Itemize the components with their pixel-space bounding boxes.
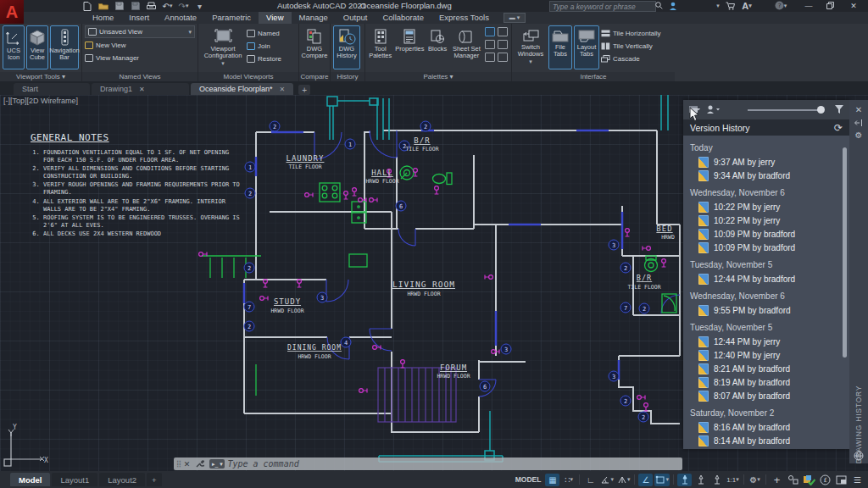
grid-display-toggle[interactable]: ▦	[545, 474, 559, 486]
palette-autohide-icon[interactable]	[854, 116, 863, 129]
version-entry[interactable]: 8:16 AM by bradford	[690, 420, 843, 434]
properties-button[interactable]: Properties	[394, 25, 425, 69]
autoscale-toggle[interactable]	[693, 474, 708, 486]
version-entry[interactable]: 8:14 AM by bradford	[690, 434, 843, 447]
count-palette-icon[interactable]	[498, 40, 508, 49]
version-entry[interactable]: 8:19 AM by bradford	[690, 375, 843, 389]
restore-viewports-button[interactable]: Restore	[247, 53, 281, 64]
ortho-mode-toggle[interactable]: ∟	[583, 474, 598, 486]
sign-in-user-icon[interactable]	[666, 0, 680, 11]
object-snap-tracking-toggle[interactable]: ∠	[638, 474, 653, 486]
switch-windows-button[interactable]: Switch Windows ▾	[515, 25, 547, 69]
tool-palettes-button[interactable]: Tool Palettes	[368, 25, 392, 69]
version-entry[interactable]: 8:07 AM by bradford	[690, 389, 843, 402]
tile-horizontally-button[interactable]: Tile Horizontally	[601, 28, 661, 39]
hardware-acceleration-badge[interactable]: £	[818, 474, 832, 486]
graphics-performance-toggle[interactable]	[802, 474, 816, 486]
file-tab-start[interactable]: Start	[14, 83, 90, 95]
new-drawing-tab-button[interactable]: +	[298, 85, 310, 95]
slider-track[interactable]	[748, 109, 819, 111]
markup-import-icon[interactable]	[485, 40, 495, 49]
annotation-visibility-toggle[interactable]	[677, 474, 692, 486]
tab-express-tools[interactable]: Express Tools	[431, 12, 497, 24]
tab-view[interactable]: View	[259, 12, 291, 24]
qat-customize-icon[interactable]: ▾	[194, 1, 205, 11]
new-file-icon[interactable]	[81, 1, 92, 11]
annotation-monitor-plus[interactable]: +	[770, 474, 784, 486]
plot-icon[interactable]	[146, 1, 157, 11]
sheet-set-manager-button[interactable]: Sheet Set Manager	[450, 25, 483, 69]
version-entry[interactable]: 10:22 PM by jerry	[690, 200, 843, 214]
design-center-icon[interactable]	[498, 27, 508, 36]
version-entry[interactable]: 8:21 AM by bradford	[690, 362, 843, 375]
version-entry[interactable]: 12:44 PM by bradford	[690, 272, 843, 286]
version-entry[interactable]: 9:34 AM by bradford	[690, 169, 843, 182]
view-cube-button[interactable]: View Cube	[26, 25, 48, 69]
snap-mode-toggle[interactable]: ∷▾	[561, 474, 576, 486]
file-tabs-button[interactable]: File Tabs	[548, 25, 572, 69]
polar-tracking-toggle[interactable]: ▾	[599, 474, 615, 486]
palette-close-icon[interactable]: ✕	[855, 103, 862, 116]
tab-manage[interactable]: Manage	[292, 12, 336, 24]
command-wrench-icon[interactable]	[195, 459, 204, 469]
autocad-logo[interactable]: A	[0, 0, 24, 24]
palette-properties-icon[interactable]: ⚙	[855, 129, 863, 141]
tab-home[interactable]: Home	[85, 12, 121, 24]
ucs-icon-button[interactable]: UCS Icon	[3, 25, 25, 69]
materials-browser-icon[interactable]	[498, 53, 508, 62]
blocks-button[interactable]: Blocks	[426, 25, 448, 69]
isolate-objects-toggle[interactable]	[786, 474, 800, 486]
tab-collaborate[interactable]: Collaborate	[375, 12, 431, 24]
version-list-scrollbar[interactable]	[843, 147, 847, 358]
view-manager-button[interactable]: View Manager	[85, 53, 195, 64]
minimize-button[interactable]: —	[801, 0, 816, 11]
workspace-switching-gear[interactable]: ⚙▾	[748, 474, 762, 486]
version-entry[interactable]: 12:44 PM by jerry	[690, 335, 843, 348]
undo-icon[interactable]: ↶▾	[162, 1, 173, 11]
command-line[interactable]: ⣿ ✕ ▸_ ▾ Type a command	[174, 458, 682, 470]
viewport-configuration-button[interactable]: Viewport Configuration ▾	[201, 25, 245, 69]
layout-tabs-button[interactable]: Layout Tabs	[574, 25, 599, 69]
command-close-icon[interactable]: ✕	[184, 460, 191, 469]
named-viewports-button[interactable]: Named	[247, 28, 281, 39]
model-space-badge[interactable]: MODEL	[515, 475, 542, 484]
customization-menu[interactable]: ☰	[850, 474, 865, 486]
restore-button[interactable]	[822, 0, 837, 11]
cascade-button[interactable]: Cascade	[601, 53, 661, 64]
version-entry[interactable]: 12:40 PM by jerry	[690, 348, 843, 362]
featured-apps-dropdown[interactable]: ▬ ▾	[504, 13, 526, 23]
users-filter-icon[interactable]	[705, 103, 721, 118]
version-entry[interactable]: 9:37 AM by jerry	[690, 155, 843, 169]
new-layout-button[interactable]: +	[147, 473, 162, 486]
clean-screen-toggle[interactable]	[834, 474, 849, 486]
version-entry[interactable]: 9:55 PM by bradford	[690, 303, 843, 317]
tab-annotate[interactable]: Annotate	[157, 12, 204, 24]
new-view-button[interactable]: New View	[85, 40, 195, 51]
navigation-bar-button[interactable]: Navigation Bar	[50, 25, 79, 69]
file-tab-drawing1[interactable]: Drawing1✕	[92, 83, 189, 95]
open-file-icon[interactable]	[97, 1, 108, 11]
tab-parametric[interactable]: Parametric	[204, 12, 259, 24]
app-store-cart-icon[interactable]	[722, 0, 737, 11]
object-snap-toggle[interactable]: ▾	[654, 474, 670, 486]
annotation-scale-value[interactable]: 1:1▾	[726, 474, 740, 486]
save-icon[interactable]	[114, 1, 125, 11]
search-input[interactable]: Type a keyword or phrase	[549, 1, 656, 12]
isodraft-toggle[interactable]: ▾	[616, 474, 632, 486]
dwg-compare-button[interactable]: DWG Compare	[302, 25, 327, 69]
tab-output[interactable]: Output	[336, 12, 376, 24]
join-viewports-button[interactable]: Join	[247, 41, 281, 52]
tile-vertically-button[interactable]: Tile Vertically	[601, 41, 661, 52]
model-tab[interactable]: Model	[10, 473, 50, 486]
annotation-scale-icon[interactable]	[709, 474, 724, 486]
version-entry[interactable]: 10:09 PM by bradford	[690, 227, 843, 241]
save-as-icon[interactable]	[130, 1, 141, 11]
dwg-history-button[interactable]: DWG History	[333, 25, 360, 69]
redo-icon[interactable]: ↷▾	[178, 1, 189, 11]
autodesk-a-icon[interactable]: A▾	[739, 0, 754, 11]
version-entry[interactable]: 10:09 PM by bradford	[690, 241, 843, 254]
filter-funnel-icon[interactable]	[834, 103, 844, 118]
viewport-controls[interactable]: [-][Top][2D Wireframe]	[3, 97, 78, 105]
view-dropdown[interactable]: Unsaved View ▾	[85, 25, 195, 38]
command-line-grip[interactable]: ⣿	[176, 460, 181, 468]
